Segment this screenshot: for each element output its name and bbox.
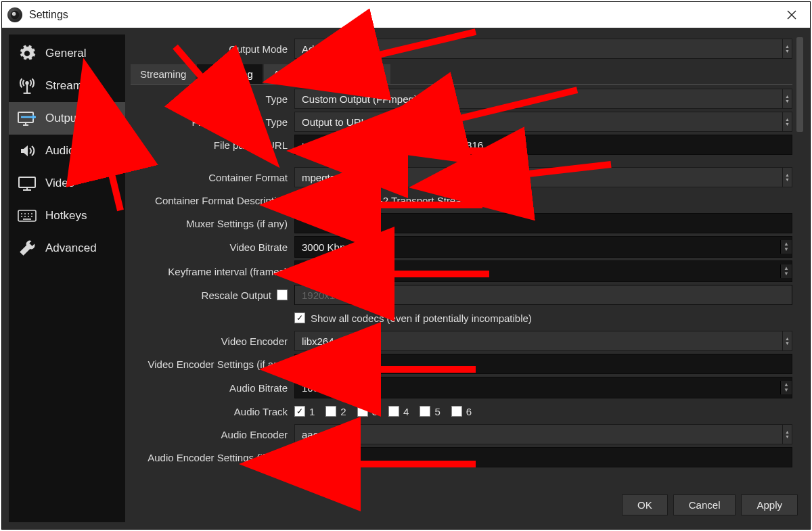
spinner-arrows-icon: ▲▼	[780, 381, 792, 394]
output-mode-value: Advanced	[302, 43, 782, 55]
video-encoder-label: Video Encoder	[131, 336, 294, 347]
content-scrollbar[interactable]	[796, 34, 803, 487]
keyframe-input[interactable]: 250 ▲▼	[294, 260, 792, 282]
audio-bitrate-label: Audio Bitrate	[131, 382, 294, 394]
ffmpeg-type-select[interactable]: Output to URL ▲▼	[294, 112, 792, 132]
sidebar-item-stream[interactable]: Stream	[9, 70, 125, 102]
sidebar-item-label: Hotkeys	[45, 209, 87, 223]
sidebar-item-label: Video	[45, 177, 74, 190]
audio-track-6-label: 6	[466, 406, 472, 417]
close-button[interactable]	[779, 2, 805, 28]
output-mode-select[interactable]: Advanced ▲▼	[294, 39, 792, 59]
type-select[interactable]: Custom Output (FFmpeg) ▲▼	[294, 89, 792, 109]
container-desc-value: MPEG-TS (MPEG-2 Transport Stream)	[294, 195, 473, 206]
rescale-input	[294, 285, 792, 305]
audio-track-5-label: 5	[434, 406, 440, 417]
tab-replay-buffer[interactable]: Replay Buffer	[310, 64, 390, 84]
audio-track-4-label: 4	[403, 406, 409, 417]
scrollbar-thumb[interactable]	[796, 37, 803, 132]
audio-track-label: Audio Track	[131, 406, 294, 417]
container-desc-label: Container Format Description	[131, 195, 294, 206]
audio-track-2-label: 2	[340, 406, 346, 417]
window-title: Settings	[29, 9, 779, 21]
rescale-label: Rescale Output	[202, 290, 271, 301]
video-encoder-value: libx264	[302, 336, 782, 347]
sidebar-item-advanced[interactable]: Advanced	[9, 232, 125, 264]
sidebar-item-hotkeys[interactable]: Hotkeys	[9, 200, 125, 232]
sidebar-item-output[interactable]: Output	[9, 102, 125, 135]
type-value: Custom Output (FFmpeg)	[302, 93, 782, 105]
chevron-updown-icon: ▲▼	[782, 39, 792, 58]
sidebar-item-general[interactable]: General	[9, 37, 125, 70]
audio-track-4-checkbox[interactable]	[388, 406, 399, 417]
audio-encoder-value: aac	[302, 429, 782, 440]
cancel-button[interactable]: Cancel	[673, 494, 736, 515]
sidebar-item-label: Audio	[45, 144, 74, 158]
dialog-buttons: OK Cancel Apply	[131, 487, 803, 522]
monitor-arrow-icon	[17, 110, 37, 126]
sidebar-item-label: Stream	[45, 79, 83, 93]
monitor-icon	[17, 175, 37, 191]
sidebar-item-label: General	[45, 47, 86, 60]
audio-encoder-label: Audio Encoder	[131, 429, 294, 440]
sidebar-item-label: Output	[45, 112, 80, 125]
spinner-arrows-icon: ▲▼	[780, 240, 792, 254]
audio-track-3-checkbox[interactable]	[357, 406, 368, 417]
container-select[interactable]: mpegts ▲▼	[294, 167, 792, 187]
chevron-updown-icon: ▲▼	[782, 168, 792, 187]
muxer-input[interactable]	[294, 213, 792, 233]
keyboard-icon	[17, 208, 37, 224]
video-encoder-select[interactable]: libx264 ▲▼	[294, 331, 792, 351]
sidebar-item-label: Advanced	[45, 241, 97, 255]
path-input[interactable]	[294, 135, 792, 155]
keyframe-value: 250	[302, 266, 780, 277]
window-body: General Stream Output Audio Video Hotkey…	[2, 28, 810, 529]
show-all-codecs-label: Show all codecs (even if potentially inc…	[311, 313, 532, 324]
path-label: File path or URL	[131, 139, 294, 151]
keyframe-label: Keyframe interval (frames)	[131, 266, 294, 277]
video-bitrate-value: 3000 Kbps	[302, 241, 780, 253]
apply-button[interactable]: Apply	[741, 494, 798, 515]
tools-icon	[17, 240, 37, 256]
output-mode-label: Output Mode	[131, 43, 294, 55]
settings-window: Settings General Stream Output Audio	[1, 1, 811, 530]
video-bitrate-label: Video Bitrate	[131, 241, 294, 253]
sidebar-item-audio[interactable]: Audio	[9, 135, 125, 167]
ffmpeg-type-value: Output to URL	[302, 116, 782, 128]
audio-enc-settings-input[interactable]	[294, 447, 792, 467]
video-bitrate-input[interactable]: 3000 Kbps ▲▼	[294, 236, 792, 258]
audio-encoder-select[interactable]: aac ▲▼	[294, 424, 792, 444]
settings-sidebar: General Stream Output Audio Video Hotkey…	[9, 34, 125, 522]
audio-track-group: ✓1 2 3 4 5 6	[294, 406, 792, 417]
audio-track-6-checkbox[interactable]	[451, 406, 462, 417]
tab-streaming[interactable]: Streaming	[131, 64, 196, 84]
spinner-arrows-icon: ▲▼	[780, 264, 792, 278]
sidebar-item-video[interactable]: Video	[9, 167, 125, 200]
container-value: mpegts	[302, 172, 782, 183]
chevron-updown-icon: ▲▼	[782, 112, 792, 131]
audio-track-3-label: 3	[372, 406, 378, 417]
video-enc-settings-label: Video Encoder Settings (if any)	[131, 359, 294, 370]
audio-bitrate-input[interactable]: 160 Kbps ▲▼	[294, 377, 792, 398]
svg-rect-12	[19, 177, 35, 187]
audio-enc-settings-label: Audio Encoder Settings (if any)	[131, 452, 294, 463]
gear-icon	[17, 45, 37, 62]
audio-track-2-checkbox[interactable]	[325, 406, 336, 417]
content-area: Output Mode Advanced ▲▼ Streaming Record…	[131, 34, 803, 522]
video-enc-settings-input[interactable]	[294, 354, 792, 374]
ok-button[interactable]: OK	[622, 494, 668, 515]
tab-audio[interactable]: Audio	[264, 64, 309, 84]
audio-track-5-checkbox[interactable]	[420, 406, 430, 417]
audio-bitrate-value: 160 Kbps	[302, 382, 780, 394]
antenna-icon	[17, 78, 37, 94]
container-label: Container Format	[131, 172, 294, 183]
speaker-icon	[17, 143, 37, 159]
app-logo-icon	[7, 7, 22, 22]
chevron-updown-icon: ▲▼	[782, 425, 792, 444]
rescale-checkbox[interactable]	[277, 290, 288, 300]
tab-recording[interactable]: Recording	[197, 64, 262, 84]
audio-track-1-label: 1	[309, 406, 315, 417]
svg-point-1	[12, 12, 16, 16]
audio-track-1-checkbox[interactable]: ✓	[294, 406, 305, 417]
show-all-codecs-checkbox[interactable]: ✓	[294, 313, 305, 323]
